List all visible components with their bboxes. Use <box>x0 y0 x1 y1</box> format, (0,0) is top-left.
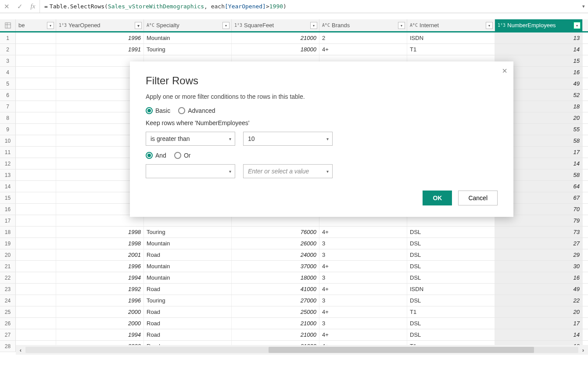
radio-or[interactable]: Or <box>174 152 191 159</box>
column-dropdown-icon[interactable]: ▾ <box>486 22 493 29</box>
column-dropdown-icon[interactable]: ▾ <box>47 22 54 29</box>
scroll-right-icon[interactable]: › <box>578 345 588 355</box>
column-header-partial[interactable]: be ▾ <box>16 19 56 31</box>
cell-squarefeet[interactable]: 18000 <box>232 272 319 283</box>
cell[interactable] <box>16 169 56 180</box>
horizontal-scrollbar[interactable]: ‹ › <box>16 345 588 355</box>
cell[interactable] <box>16 306 56 317</box>
cell[interactable] <box>16 227 56 237</box>
cell-internet[interactable]: DSL <box>407 295 495 306</box>
scroll-track[interactable] <box>25 347 578 353</box>
column-header-squarefeet[interactable]: 1²3 SquareFeet ▾ <box>232 19 319 31</box>
table-row[interactable]: 211996Mountain370004+DSL30 <box>0 261 588 272</box>
value-input-1[interactable]: 10 ▾ <box>243 132 333 146</box>
cell-specialty[interactable]: Touring <box>144 44 232 55</box>
value-input-2[interactable]: Enter or select a value ▾ <box>243 164 333 178</box>
formula-expand-button[interactable]: ▾ <box>579 4 588 9</box>
cell-specialty[interactable]: Mountain <box>144 261 232 272</box>
cell-numberemployees[interactable]: 20 <box>495 306 583 317</box>
cancel-button[interactable]: Cancel <box>458 191 498 205</box>
column-filter-icon[interactable]: ▾ <box>135 22 142 29</box>
column-dropdown-icon[interactable]: ▾ <box>222 22 229 29</box>
cell-brands[interactable]: 3 <box>319 238 407 249</box>
cell[interactable] <box>16 101 56 112</box>
cell-yearopened[interactable]: 1998 <box>56 227 144 237</box>
table-row[interactable]: 241996Touring270003DSL22 <box>0 295 588 306</box>
scroll-thumb[interactable] <box>269 347 534 353</box>
cell-yearopened[interactable]: 2001 <box>56 249 144 260</box>
cell[interactable] <box>16 90 56 101</box>
cell-yearopened[interactable]: 1994 <box>56 272 144 283</box>
cell-yearopened[interactable]: 1992 <box>56 284 144 295</box>
operator-select-1[interactable]: is greater than ▾ <box>146 132 235 146</box>
cell-yearopened[interactable]: 1991 <box>56 44 144 55</box>
cell-numberemployees[interactable]: 29 <box>495 249 583 260</box>
cell-squarefeet[interactable]: 26000 <box>232 238 319 249</box>
cell-brands[interactable]: 4+ <box>319 227 407 237</box>
cell[interactable] <box>16 181 56 192</box>
cell[interactable] <box>16 284 56 295</box>
cell-numberemployees[interactable]: 17 <box>495 318 583 329</box>
cell-squarefeet[interactable]: 21000 <box>232 329 319 340</box>
formula-confirm-button[interactable]: ✓ <box>13 0 26 13</box>
cell-brands[interactable]: 3 <box>319 249 407 260</box>
cell[interactable] <box>16 78 56 89</box>
scroll-left-icon[interactable]: ‹ <box>16 345 25 355</box>
cell-numberemployees[interactable]: 30 <box>495 261 583 272</box>
radio-and[interactable]: And <box>146 152 166 159</box>
cell-numberemployees[interactable]: 73 <box>495 227 583 237</box>
radio-advanced[interactable]: Advanced <box>178 107 215 114</box>
cell-internet[interactable]: DSL <box>407 318 495 329</box>
cell-specialty[interactable]: Mountain <box>144 32 232 43</box>
cell-numberemployees[interactable]: 49 <box>495 284 583 295</box>
cell-internet[interactable]: DSL <box>407 261 495 272</box>
column-dropdown-icon[interactable]: ▾ <box>574 22 581 29</box>
cell-numberemployees[interactable]: 27 <box>495 238 583 249</box>
cell-squarefeet[interactable]: 24000 <box>232 249 319 260</box>
table-row[interactable]: 202001Road240003DSL29 <box>0 249 588 261</box>
cell-numberemployees[interactable]: 14 <box>495 329 583 340</box>
cell[interactable] <box>16 158 56 169</box>
cell[interactable] <box>16 295 56 306</box>
table-corner-icon[interactable] <box>0 19 16 31</box>
cell-yearopened[interactable]: 1996 <box>56 295 144 306</box>
cell-squarefeet[interactable]: 37000 <box>232 261 319 272</box>
cell-yearopened[interactable]: 1998 <box>56 238 144 249</box>
formula-cancel-button[interactable]: ✕ <box>0 0 13 13</box>
cell[interactable] <box>16 238 56 249</box>
cell[interactable] <box>16 67 56 78</box>
formula-input[interactable]: = Table.SelectRows ( Sales_vStoreWithDem… <box>39 0 579 13</box>
cell-numberemployees[interactable]: 13 <box>495 32 583 43</box>
table-row[interactable]: 231992Road410004+ISDN49 <box>0 284 588 295</box>
column-header-brands[interactable]: AᴮC Brands ▾ <box>319 19 407 31</box>
cell-brands[interactable]: 4+ <box>319 44 407 55</box>
cell-numberemployees[interactable]: 14 <box>495 44 583 55</box>
cell-specialty[interactable]: Touring <box>144 295 232 306</box>
column-dropdown-icon[interactable]: ▾ <box>310 22 317 29</box>
cell-yearopened[interactable]: 2000 <box>56 318 144 329</box>
cell[interactable] <box>16 215 56 226</box>
cell-specialty[interactable]: Mountain <box>144 272 232 283</box>
cell-squarefeet[interactable]: 18000 <box>232 44 319 55</box>
cell-brands[interactable]: 4+ <box>319 306 407 317</box>
cell-squarefeet[interactable]: 27000 <box>232 295 319 306</box>
cell-specialty[interactable]: Mountain <box>144 238 232 249</box>
cell-numberemployees[interactable]: 22 <box>495 295 583 306</box>
cell[interactable] <box>16 44 56 55</box>
column-header-numberemployees[interactable]: 1²3 NumberEmployees ▾ <box>495 19 583 31</box>
cell-internet[interactable]: ISDN <box>407 284 495 295</box>
cell-brands[interactable]: 4+ <box>319 261 407 272</box>
column-header-internet[interactable]: AᴮC Internet ▾ <box>407 19 495 31</box>
cell-specialty[interactable]: Road <box>144 284 232 295</box>
column-header-specialty[interactable]: AᴮC Specialty ▾ <box>144 19 232 31</box>
cell-brands[interactable]: 3 <box>319 318 407 329</box>
table-row[interactable]: 262000Road210003DSL17 <box>0 318 588 329</box>
table-row[interactable]: 221994Mountain180003DSL16 <box>0 272 588 284</box>
cell[interactable] <box>16 192 56 203</box>
cell[interactable] <box>16 124 56 135</box>
fx-icon[interactable]: fx <box>26 0 39 13</box>
cell-internet[interactable]: ISDN <box>407 32 495 43</box>
cell-brands[interactable]: 3 <box>319 295 407 306</box>
cell[interactable] <box>16 135 56 146</box>
table-row[interactable]: 21991Touring180004+T114 <box>0 44 588 55</box>
